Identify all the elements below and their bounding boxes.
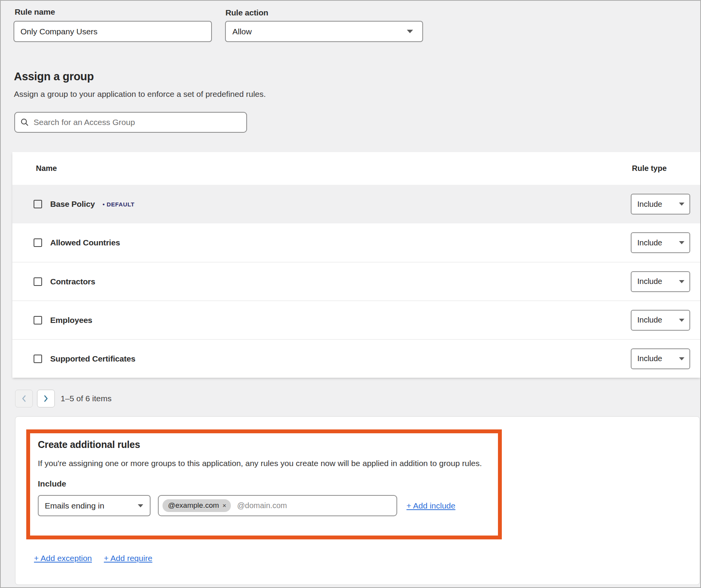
row-checkbox[interactable] [34,238,42,247]
groups-table: Name Rule type Base Policy • DEFAULT Inc… [12,152,700,378]
table-row: Contractors Include [12,262,700,301]
assign-group-description: Assign a group to your application to en… [14,90,266,99]
card-footer-links: + Add exception + Add require [34,554,152,563]
include-label: Include [38,479,490,488]
rule-type-select[interactable]: Include [631,232,690,253]
chevron-down-icon [407,30,413,33]
column-rule-type: Rule type [632,164,667,173]
chevron-down-icon [138,504,143,507]
row-name: Supported Certificates [50,354,135,363]
rule-name-input[interactable] [14,21,212,42]
default-badge: • DEFAULT [103,201,135,208]
search-input[interactable] [34,118,241,127]
pagination: 1–5 of 6 items [15,390,112,407]
access-group-search[interactable] [14,112,247,133]
highlight-box: Create additional rules If you're assign… [26,429,502,539]
additional-rules-card: Create additional rules If you're assign… [15,416,700,585]
table-row: Supported Certificates Include [12,339,700,378]
row-checkbox[interactable] [34,355,42,363]
chevron-left-icon [21,395,27,402]
additional-rules-description: If you're assigning one or more groups t… [38,459,490,468]
row-checkbox[interactable] [34,200,42,208]
row-name: Employees [50,316,92,325]
rule-action-label: Rule action [225,8,268,17]
condition-select[interactable]: Emails ending in [38,495,151,516]
row-name: Allowed Countries [50,238,120,247]
rule-name-label: Rule name [15,7,55,17]
rule-action-value: Allow [232,27,252,36]
chevron-down-icon [679,241,684,244]
table-row: Base Policy • DEFAULT Include [12,185,700,223]
rule-type-select[interactable]: Include [631,310,690,331]
email-chip-label: @example.com [168,501,219,510]
rule-type-select[interactable]: Include [631,271,690,292]
additional-rules-title: Create additional rules [38,439,490,450]
pagination-prev-button[interactable] [15,390,33,407]
rule-action-select[interactable]: Allow [225,21,423,42]
table-row: Employees Include [12,301,700,339]
pagination-next-button[interactable] [37,390,55,407]
condition-value: Emails ending in [45,501,104,510]
rule-type-value: Include [637,238,662,247]
chevron-down-icon [679,280,684,283]
row-checkbox[interactable] [34,316,42,324]
pagination-status: 1–5 of 6 items [61,394,112,403]
rule-type-value: Include [637,316,662,324]
search-icon [20,118,29,127]
chevron-down-icon [679,319,684,322]
row-name: Contractors [50,277,95,286]
email-chips-field[interactable]: @example.com × [158,495,397,516]
chevron-down-icon [679,203,684,206]
rule-type-value: Include [637,354,662,363]
row-checkbox[interactable] [34,277,42,286]
rule-type-select[interactable]: Include [631,194,690,215]
email-chip: @example.com × [163,499,231,512]
add-require-link[interactable]: + Add require [104,554,152,563]
chip-remove-icon[interactable]: × [222,502,226,509]
add-include-link[interactable]: + Add include [406,501,455,510]
column-name: Name [36,164,57,173]
chevron-right-icon [43,395,49,402]
rule-type-value: Include [637,200,662,209]
chevron-down-icon [679,357,684,360]
include-rule-controls: Emails ending in @example.com × + Add in… [38,495,490,516]
table-row: Allowed Countries Include [12,223,700,262]
rule-editor-page: Rule name Rule action Allow Assign a gro… [0,0,701,588]
email-input[interactable] [237,501,393,510]
rule-type-value: Include [637,277,662,286]
row-name: Base Policy [50,199,95,209]
table-header: Name Rule type [12,152,700,185]
add-exception-link[interactable]: + Add exception [34,554,92,563]
rule-type-select[interactable]: Include [631,348,690,369]
assign-group-title: Assign a group [14,70,94,83]
